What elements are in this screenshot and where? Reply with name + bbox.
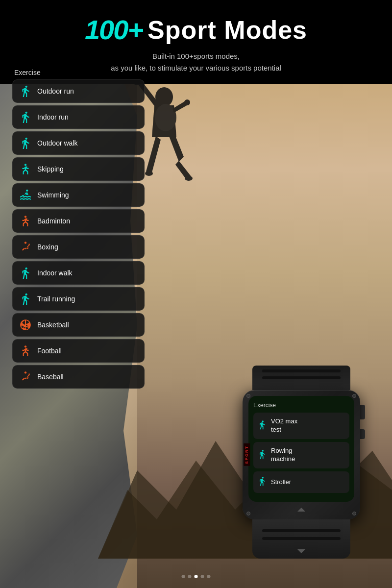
football-label: Football xyxy=(37,347,62,355)
indoor-run-icon xyxy=(19,110,32,124)
baseball-icon xyxy=(19,370,32,384)
skipping-icon xyxy=(19,162,32,176)
outdoor-run-icon xyxy=(19,84,32,98)
svg-point-8 xyxy=(24,164,26,166)
watch-case: SPORT Exercise VO2 ma xyxy=(243,390,360,519)
list-item: Boxing xyxy=(12,235,145,259)
scroll-indicator-bottom xyxy=(297,549,305,553)
svg-point-7 xyxy=(185,176,193,181)
svg-marker-13 xyxy=(297,508,305,512)
watch-container: SPORT Exercise VO2 ma xyxy=(225,366,377,559)
svg-marker-14 xyxy=(297,549,305,553)
screw-tl xyxy=(246,394,250,398)
football-icon xyxy=(19,344,32,358)
list-item: Swimming xyxy=(12,183,145,207)
page: 100+ Sport Modes Built-in 100+sports mod… xyxy=(0,0,392,588)
watch-strap-bottom xyxy=(252,519,350,559)
list-item: Trail running xyxy=(12,287,145,311)
watch-list-item: VO2 maxtest xyxy=(253,413,349,439)
list-item: Badminton xyxy=(12,209,145,233)
vo2-max-label: VO2 maxtest xyxy=(271,417,297,434)
watch-list-item: Stroller xyxy=(253,471,349,493)
baseball-label: Baseball xyxy=(37,373,64,381)
skipping-label: Skipping xyxy=(37,165,64,173)
exercise-panel-label: Exercise xyxy=(12,69,145,76)
list-item: Indoor walk xyxy=(12,261,145,285)
page-dot-1[interactable] xyxy=(182,575,185,578)
title-number: 100+ xyxy=(85,14,143,46)
vo2-max-icon xyxy=(257,420,267,432)
swimming-label: Swimming xyxy=(37,191,69,199)
svg-point-3 xyxy=(155,104,176,131)
badminton-label: Badminton xyxy=(37,217,70,225)
list-item: Baseball xyxy=(12,365,145,389)
list-item: Basketball xyxy=(12,313,145,337)
screw-bl xyxy=(246,512,250,515)
title-text: Sport Modes xyxy=(147,15,307,45)
list-item: Indoor run xyxy=(12,105,145,129)
badminton-icon xyxy=(19,214,32,228)
exercise-panel: Exercise Outdoor run Indoor run xyxy=(12,69,145,391)
basketball-icon xyxy=(19,318,32,332)
boxing-label: Boxing xyxy=(37,243,58,251)
watch-strap-top xyxy=(252,366,350,390)
title-line: 100+ Sport Modes xyxy=(10,14,382,46)
watch-body: SPORT Exercise VO2 ma xyxy=(233,366,370,559)
watch-screen: Exercise VO2 maxtest xyxy=(248,396,354,502)
boxing-icon xyxy=(19,240,32,254)
page-dot-2[interactable] xyxy=(188,575,192,578)
indoor-walk-label: Indoor walk xyxy=(37,269,73,277)
scroll-indicator-top xyxy=(297,508,305,512)
indoor-walk-icon xyxy=(19,266,32,280)
swimming-icon xyxy=(19,188,32,202)
subtitle-line1: Built-in 100+sports modes, xyxy=(152,52,240,60)
watch-list-item: Rowingmachine xyxy=(253,442,349,468)
screw-br xyxy=(352,512,356,515)
svg-point-10 xyxy=(24,242,26,244)
trail-running-label: Trail running xyxy=(37,295,75,303)
screw-tr xyxy=(352,394,356,398)
list-item: Outdoor walk xyxy=(12,131,145,155)
basketball-label: Basketball xyxy=(37,321,69,329)
page-dot-5[interactable] xyxy=(207,575,211,578)
svg-point-6 xyxy=(145,171,153,176)
list-item: Outdoor run xyxy=(12,79,145,103)
outdoor-walk-icon xyxy=(19,136,32,150)
sport-label: SPORT xyxy=(244,443,250,466)
watch-exercise-label: Exercise xyxy=(253,402,349,409)
list-item: Skipping xyxy=(12,157,145,181)
page-dot-4[interactable] xyxy=(201,575,204,578)
rowing-machine-label: Rowingmachine xyxy=(271,447,295,464)
page-dot-3[interactable] xyxy=(195,575,198,578)
list-item: Football xyxy=(12,339,145,363)
svg-point-9 xyxy=(24,216,26,218)
rowing-machine-icon xyxy=(257,449,267,461)
svg-point-11 xyxy=(24,345,26,347)
stroller-label: Stroller xyxy=(271,478,291,487)
outdoor-walk-label: Outdoor walk xyxy=(37,139,77,147)
outdoor-run-label: Outdoor run xyxy=(37,87,74,95)
trail-running-icon xyxy=(19,292,32,306)
background-area: Exercise Outdoor run Indoor run xyxy=(0,64,392,588)
indoor-run-label: Indoor run xyxy=(37,113,69,121)
svg-point-12 xyxy=(24,371,26,373)
page-indicators xyxy=(182,575,211,578)
stroller-icon xyxy=(257,476,267,488)
svg-point-5 xyxy=(184,99,190,105)
